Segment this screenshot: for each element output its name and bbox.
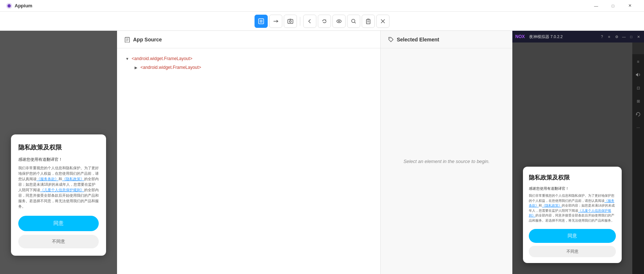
tree-label-1: <android.widget.FrameLayout>	[132, 56, 192, 61]
eye-button[interactable]	[332, 15, 346, 28]
nox-sidebar-volume-up[interactable]	[634, 70, 643, 79]
nox-sidebar-more[interactable]: ···	[634, 123, 643, 132]
toolbar-separator-1	[300, 17, 300, 26]
nox-title: 夜神模拟器 7.0.2.2	[529, 34, 563, 40]
device-dialog: 隐私政策及权限 感谢您使用有道翻译官！ 我们非常重视您的个人信息和隐私保护。为了…	[11, 134, 106, 256]
nox-screen: 隐私政策及权限 感谢您使用有道翻译官！ 我们非常重视您的个人信息和隐私保护。为了…	[512, 42, 632, 274]
svg-point-5	[290, 21, 291, 22]
source-tree: ▼ <android.widget.FrameLayout> ▶ <androi…	[117, 48, 380, 274]
selected-panel-header: Selected Element	[381, 31, 512, 48]
tree-toggle-1[interactable]: ▼	[124, 56, 130, 62]
svg-rect-10	[366, 19, 370, 24]
close-button[interactable]: ✕	[621, 0, 638, 12]
refresh-button[interactable]	[318, 15, 331, 28]
main-content: 隐私政策及权限 感谢您使用有道翻译官！ 我们非常重视您的个人信息和隐私保护。为了…	[0, 31, 644, 274]
back-button[interactable]	[303, 15, 316, 28]
nox-agree-button[interactable]: 同意	[529, 229, 616, 243]
svg-point-9	[352, 19, 355, 22]
clipboard-button[interactable]	[362, 15, 375, 28]
svg-rect-4	[288, 19, 293, 23]
svg-point-8	[338, 21, 340, 22]
device-screen: 隐私政策及权限 感谢您使用有道翻译官！ 我们非常重视您的个人信息和隐私保护。为了…	[7, 38, 110, 267]
nox-panel: NOX 夜神模拟器 7.0.2.2 ? ≡ ⚙ — □ ✕ 隐私政策及权限 感谢…	[512, 31, 644, 274]
nox-dialog: 隐私政策及权限 感谢您使用有道翻译官！ 我们非常重视您的个人信息和隐私保护。为了…	[523, 167, 622, 263]
appium-icon	[6, 3, 12, 9]
nox-dialog-subtitle: 感谢您使用有道翻译官！	[529, 186, 616, 191]
app-logo: Appium	[6, 3, 32, 9]
nox-help-button[interactable]: ?	[599, 34, 605, 39]
app-titlebar: Appium — □ ✕	[0, 0, 644, 12]
source-panel-header: App Source	[117, 31, 380, 48]
source-panel-title: App Source	[133, 37, 162, 42]
source-icon	[124, 37, 130, 42]
nox-minimize-button[interactable]: —	[621, 34, 626, 39]
nox-controls: ? ≡ ⚙ — □ ✕	[599, 34, 641, 39]
dialog-title: 隐私政策及权限	[18, 143, 99, 152]
refresh-icon	[321, 18, 327, 24]
selected-element-content: Select an element in the source to begin…	[381, 48, 512, 274]
tree-node-1-1[interactable]: ▶ <android.widget.FrameLayout>	[124, 63, 373, 72]
nox-close-button[interactable]: ✕	[636, 34, 641, 39]
close-icon	[380, 19, 385, 24]
select-tool-button[interactable]	[255, 15, 268, 28]
nox-sidebar-menu[interactable]: ≡	[634, 57, 643, 66]
selected-panel-title: Selected Element	[397, 37, 439, 42]
clipboard-icon	[365, 18, 371, 24]
back-icon	[307, 18, 313, 24]
source-panel: App Source ▼ <android.widget.FrameLayout…	[117, 31, 381, 274]
search-button[interactable]	[347, 15, 360, 28]
nox-settings-button[interactable]: ⚙	[614, 34, 619, 39]
nox-menu-button[interactable]: ≡	[607, 34, 612, 39]
tree-label-1-1: <android.widget.FrameLayout>	[140, 65, 201, 70]
select-icon	[258, 18, 264, 24]
dialog-subtitle: 感谢您使用有道翻译官！	[18, 157, 99, 162]
close-tool-button[interactable]	[376, 15, 389, 28]
tree-node-1[interactable]: ▼ <android.widget.FrameLayout>	[124, 54, 373, 63]
svg-rect-3	[260, 20, 263, 23]
screenshot-button[interactable]	[284, 15, 297, 28]
app-title: Appium	[15, 3, 32, 8]
device-panel: 隐私政策及权限 感谢您使用有道翻译官！ 我们非常重视您的个人信息和隐私保护。为了…	[0, 31, 117, 274]
selected-element-panel: Selected Element Select an element in th…	[381, 31, 512, 274]
tag-icon	[388, 37, 394, 42]
screenshot-icon	[287, 18, 293, 24]
nox-maximize-button[interactable]: □	[629, 34, 634, 39]
nox-sidebar-keyboard[interactable]: ⊞	[634, 97, 643, 105]
dialog-decline-button[interactable]: 不同意	[18, 235, 99, 248]
nox-decline-button[interactable]: 不同意	[529, 246, 616, 257]
nox-logo: NOX	[515, 34, 525, 39]
svg-point-17	[389, 38, 390, 39]
nox-sidebar: ≡ ⊡ ⊞ ···	[632, 54, 644, 274]
maximize-button[interactable]: □	[605, 0, 621, 12]
svg-rect-6	[290, 19, 291, 19]
nox-titlebar: NOX 夜神模拟器 7.0.2.2 ? ≡ ⚙ — □ ✕	[512, 31, 644, 42]
dialog-agree-button[interactable]: 同意	[18, 216, 99, 231]
nox-dialog-body: 我们非常重视您的个人信息和隐私保护。为了更好地保护您的个人权益，在您使用我们的产…	[529, 193, 616, 223]
nox-sidebar-screenshot[interactable]: ⊡	[634, 84, 643, 92]
search-icon	[351, 18, 357, 24]
nox-dialog-title: 隐私政策及权限	[529, 174, 616, 182]
swipe-tool-button[interactable]	[269, 15, 282, 28]
window-controls: — □ ✕	[588, 0, 638, 12]
minimize-button[interactable]: —	[588, 0, 605, 12]
nox-sidebar-rotate[interactable]	[634, 110, 643, 119]
toolbar	[0, 12, 644, 31]
swipe-icon	[273, 18, 279, 24]
dialog-body: 我们非常重视您的个人信息和隐私保护。为了更好地保护您的个人权益，在您使用我们的产…	[18, 165, 99, 209]
select-hint: Select an element in the source to begin…	[403, 159, 490, 164]
tree-toggle-1-1[interactable]: ▶	[133, 64, 139, 70]
eye-icon	[336, 18, 342, 24]
svg-point-1	[8, 4, 11, 7]
